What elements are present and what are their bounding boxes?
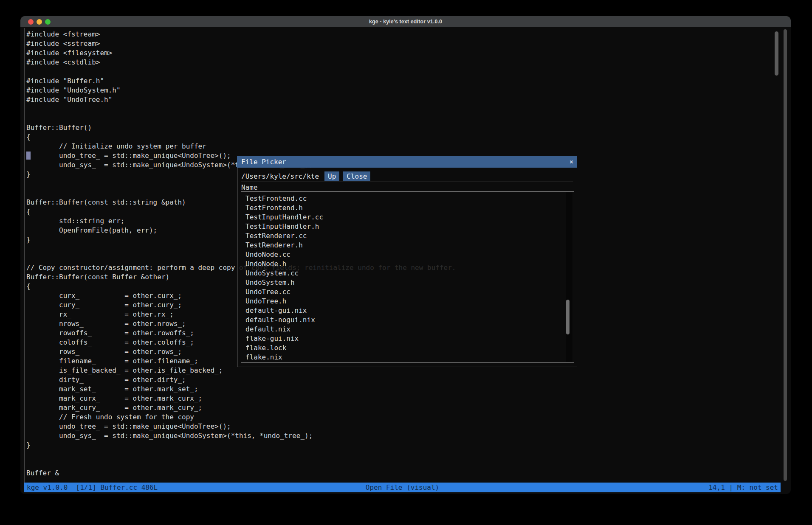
close-button[interactable]: Close <box>343 171 370 181</box>
file-item[interactable]: TestRenderer.h <box>245 241 574 250</box>
file-item[interactable]: default-nogui.nix <box>245 315 574 325</box>
editor-scrollbar-track[interactable] <box>784 29 787 481</box>
traffic-lights <box>28 19 51 25</box>
file-item[interactable]: UndoTree.cc <box>245 287 574 297</box>
file-item[interactable]: TestFrontend.h <box>245 203 574 213</box>
file-picker-title: File Picker <box>241 158 286 166</box>
file-item[interactable]: UndoSystem.cc <box>245 269 574 278</box>
file-list-scrollbar-thumb[interactable] <box>566 300 570 334</box>
window-title: kge - kyle's text editor v1.0.0 <box>20 19 791 25</box>
file-item[interactable]: UndoNode.h <box>245 259 574 269</box>
file-item[interactable]: UndoTree.h <box>245 297 574 306</box>
file-picker-dialog: File Picker ✕ /Users/kyle/src/kte Up Clo… <box>237 156 577 367</box>
status-cursor-position: 14,1 | M: not set <box>708 483 778 492</box>
file-item[interactable]: TestFrontend.cc <box>245 194 574 203</box>
minimize-window-icon[interactable] <box>37 19 42 25</box>
file-item[interactable]: default-gui.nix <box>245 306 574 315</box>
current-path: /Users/kyle/src/kte <box>241 172 319 180</box>
editor-scrollbar-thumb[interactable] <box>775 31 778 76</box>
file-item[interactable]: TestInputHandler.cc <box>245 213 574 222</box>
file-item[interactable]: flake.nix <box>245 353 574 362</box>
zoom-window-icon[interactable] <box>45 19 51 25</box>
file-item[interactable]: TestRenderer.cc <box>245 231 574 241</box>
close-icon[interactable]: ✕ <box>570 156 573 168</box>
file-item[interactable]: default.nix <box>245 325 574 334</box>
text-cursor <box>26 152 31 160</box>
path-row: /Users/kyle/src/kte Up Close <box>241 171 370 182</box>
divider <box>241 182 573 182</box>
file-item[interactable]: TestInputHandler.h <box>245 222 574 231</box>
file-item[interactable]: UndoSystem.h <box>245 278 574 287</box>
status-bar: kge v1.0.0 [1/1] Buffer.cc 486L Open Fil… <box>24 483 781 492</box>
file-item[interactable]: UndoNode.cc <box>245 250 574 259</box>
file-item[interactable]: flake-gui.nix <box>245 334 574 343</box>
window-titlebar[interactable]: kge - kyle's text editor v1.0.0 <box>20 16 791 27</box>
file-list-scrollbar-track[interactable] <box>566 192 572 362</box>
editor-left-border <box>24 28 25 492</box>
file-list: TestFrontend.ccTestFrontend.hTestInputHa… <box>241 191 574 363</box>
close-window-icon[interactable] <box>28 19 34 25</box>
name-column-header: Name <box>241 183 258 191</box>
up-button[interactable]: Up <box>324 171 339 181</box>
status-mode: Open File (visual) <box>24 483 781 492</box>
file-item[interactable]: flake.lock <box>245 343 574 353</box>
file-picker-titlebar[interactable]: File Picker ✕ <box>237 156 577 168</box>
